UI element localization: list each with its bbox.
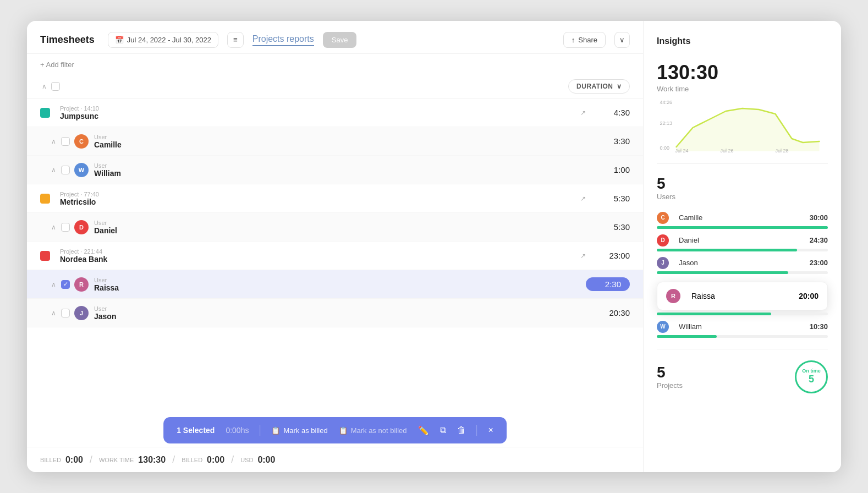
users-label: Users	[657, 193, 828, 201]
share-button[interactable]: ↑ Share	[563, 32, 606, 48]
user-list-time: 10:30	[810, 322, 828, 331]
report-title[interactable]: Projects reports	[252, 34, 314, 46]
tooltip-time: 20:00	[799, 292, 818, 300]
save-button[interactable]: Save	[323, 32, 357, 48]
insights-panel: Insights 130:30 Work time 44:26 22:13 0:…	[643, 21, 841, 472]
project-meta: Project · 77:40	[60, 191, 576, 198]
selected-count-label: 1 Selected	[177, 426, 215, 435]
table-row: ∧ W User William 1:00	[27, 156, 643, 184]
work-time-stat-label: WORK TIME	[99, 457, 134, 463]
section-divider	[657, 163, 828, 164]
external-link-icon[interactable]: ↗	[580, 195, 586, 202]
avatar: W	[74, 163, 89, 177]
raissa-tooltip-card: R Raissa 20:00	[657, 282, 828, 310]
on-time-badge: On time 5	[795, 360, 828, 393]
select-all-checkbox[interactable]	[51, 82, 60, 91]
duration-value: 20:30	[586, 308, 630, 317]
list-item: D Daniel 24:30	[657, 234, 828, 251]
work-time-block: 130:30 Work time 44:26 22:13 0:00 Jul 24…	[657, 62, 828, 152]
mark-not-billed-label: Mark as not billed	[351, 426, 407, 435]
table-row: Project · 77:40 Metricsilo ↗ 5:30	[27, 184, 643, 213]
user-name: Jason	[94, 312, 586, 321]
duration-sort-button[interactable]: DURATION ∨	[568, 79, 630, 94]
project-color-indicator	[40, 251, 50, 261]
user-meta: User	[94, 305, 586, 312]
row-checkbox[interactable]	[61, 137, 70, 146]
stat-separator: /	[90, 454, 92, 465]
duration-value: 5:30	[586, 222, 630, 232]
avatar: D	[657, 234, 669, 246]
date-range-button[interactable]: 📅 Jul 24, 2022 - Jul 30, 2022	[108, 32, 218, 48]
calendar-icon: 📅	[115, 36, 124, 44]
row-checkbox[interactable]	[61, 166, 70, 174]
user-bar	[657, 313, 771, 315]
billed2-stat-value: 0:00	[207, 455, 224, 465]
work-time-label: Work time	[657, 85, 828, 93]
delete-icon[interactable]: 🗑	[457, 425, 466, 435]
duration-value: 2:30	[586, 277, 630, 291]
user-list-time: 30:00	[810, 213, 828, 222]
duration-value: 1:00	[586, 165, 630, 174]
not-billed-icon: 📋	[339, 426, 348, 435]
close-bar-button[interactable]: ×	[488, 425, 493, 435]
usd-stat: USD	[240, 457, 253, 463]
users-count: 5	[657, 175, 828, 193]
svg-marker-3	[677, 108, 820, 151]
page-title: Timesheets	[40, 34, 95, 46]
bar-divider	[260, 425, 260, 436]
list-item: C Camille 30:00	[657, 212, 828, 229]
list-item: R Raissa 20:00	[657, 280, 828, 315]
external-link-icon[interactable]: ↗	[580, 109, 586, 117]
add-filter-button[interactable]: + Add filter	[40, 61, 74, 69]
chevron-down-icon: ∨	[619, 36, 625, 44]
user-bar	[657, 335, 717, 338]
stat-separator: /	[172, 454, 175, 465]
edit-icon[interactable]: ✏️	[418, 425, 429, 436]
collapse-row-button[interactable]: ∧	[49, 223, 58, 231]
table-row: ∧ ✓ R User Raissa 2:30	[27, 270, 643, 299]
svg-text:Jul 28: Jul 28	[776, 148, 789, 152]
svg-text:0:00: 0:00	[660, 145, 670, 151]
work-time-stat: WORK TIME	[99, 457, 134, 463]
billed2-stat: BILLED	[182, 457, 202, 463]
user-bar	[657, 226, 828, 229]
avatar: J	[74, 306, 89, 320]
avatar: C	[74, 134, 89, 149]
bottom-action-bar: 1 Selected 0:00hs 📋 Mark as billed 📋 Mar…	[163, 417, 507, 443]
filter-icon: ≡	[233, 36, 238, 44]
share-icon: ↑	[572, 36, 575, 44]
mark-not-billed-button[interactable]: 📋 Mark as not billed	[339, 426, 407, 435]
row-checkbox[interactable]	[61, 309, 70, 317]
list-item: J Jason 23:00	[657, 257, 828, 274]
svg-text:44:26: 44:26	[660, 100, 673, 105]
external-link-icon[interactable]: ↗	[580, 252, 586, 260]
project-name: Nordea Bank	[60, 255, 576, 264]
table-row: ∧ J User Jason 20:30	[27, 299, 643, 327]
share-dropdown-button[interactable]: ∨	[614, 32, 630, 48]
row-checkbox[interactable]: ✓	[61, 280, 70, 289]
work-time-stat-value: 130:30	[138, 455, 166, 465]
collapse-row-button[interactable]: ∧	[49, 281, 58, 288]
table-row: ∧ D User Daniel 5:30	[27, 213, 643, 242]
table-row: Project · 14:10 Jumpsunc ↗ 4:30	[27, 98, 643, 127]
billed-stat-label: BILLED	[40, 457, 61, 463]
row-checkbox[interactable]	[61, 223, 70, 232]
user-name: William	[94, 169, 586, 178]
user-list-time: 23:00	[810, 259, 828, 267]
filter-button[interactable]: ≡	[227, 32, 244, 48]
collapse-row-button[interactable]: ∧	[49, 309, 58, 317]
collapse-row-button[interactable]: ∧	[49, 138, 58, 145]
header: Timesheets 📅 Jul 24, 2022 - Jul 30, 2022…	[27, 21, 643, 54]
collapse-all-button[interactable]: ∧	[40, 83, 48, 90]
collapse-row-button[interactable]: ∧	[49, 166, 58, 174]
user-list-name: Jason	[679, 259, 805, 267]
users-block: 5 Users	[657, 175, 828, 201]
copy-icon[interactable]: ⧉	[440, 425, 446, 435]
user-meta: User	[94, 220, 586, 226]
work-time-number: 130:30	[657, 62, 828, 84]
projects-block: 5 Projects On time 5	[657, 360, 828, 393]
user-meta: User	[94, 277, 586, 283]
on-time-count: 5	[809, 374, 814, 385]
user-list-name: William	[679, 322, 805, 331]
mark-billed-button[interactable]: 📋 Mark as billed	[271, 426, 327, 435]
